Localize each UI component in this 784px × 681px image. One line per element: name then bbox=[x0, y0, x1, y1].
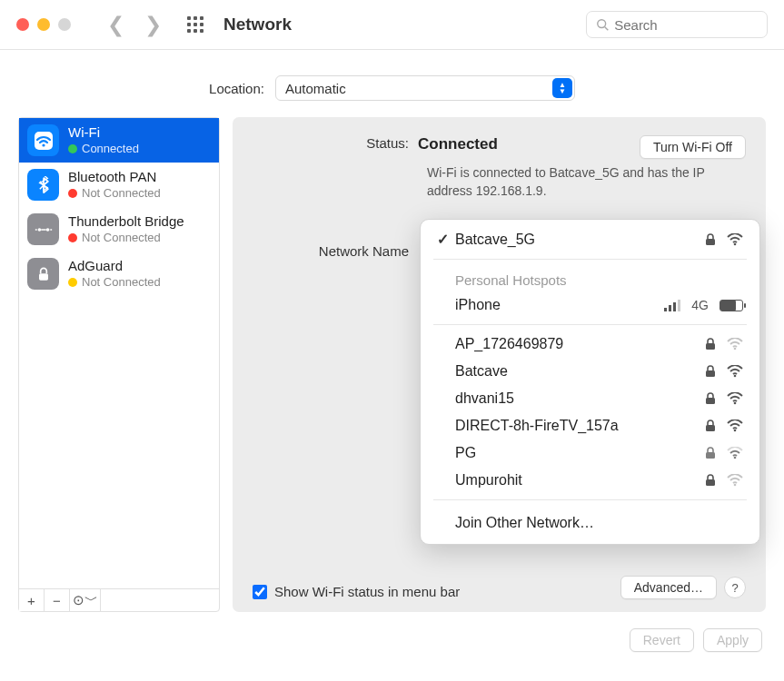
status-dot-icon bbox=[68, 233, 77, 242]
sidebar-item-label: Thunderbolt Bridge bbox=[68, 213, 184, 231]
wifi-signal-icon bbox=[727, 474, 743, 487]
status-value: Connected bbox=[418, 135, 498, 153]
checkmark-icon: ✓ bbox=[437, 231, 455, 248]
network-name: Batcave bbox=[455, 363, 705, 380]
svg-point-10 bbox=[734, 348, 737, 350]
location-row: Location: Automatic ▲▼ bbox=[0, 50, 784, 117]
revert-button[interactable]: Revert bbox=[630, 628, 694, 652]
svg-rect-9 bbox=[706, 343, 715, 350]
location-value: Automatic bbox=[285, 81, 346, 96]
network-item[interactable]: dhvani15 bbox=[421, 385, 759, 412]
network-name: Batcave_5G bbox=[455, 232, 705, 248]
sidebar-item-status: Not Connected bbox=[82, 186, 161, 201]
join-other-network-item[interactable]: Join Other Network… bbox=[421, 506, 759, 538]
svg-rect-19 bbox=[706, 479, 715, 486]
show-wifi-status-checkbox[interactable] bbox=[253, 585, 267, 599]
wifi-signal-icon bbox=[727, 338, 743, 350]
svg-point-18 bbox=[734, 457, 737, 459]
window-footer: Revert Apply bbox=[0, 612, 784, 652]
lock-icon bbox=[27, 258, 59, 290]
battery-icon bbox=[719, 300, 743, 311]
lock-icon bbox=[705, 338, 716, 350]
sidebar-footer: + − ⊙﹀ bbox=[19, 588, 219, 611]
lock-icon bbox=[705, 365, 716, 378]
thunderbolt-icon bbox=[27, 213, 59, 245]
network-name: AP_1726469879 bbox=[455, 336, 705, 352]
window-controls bbox=[16, 18, 71, 31]
wifi-signal-icon bbox=[727, 419, 743, 432]
help-button[interactable]: ? bbox=[724, 577, 746, 598]
network-name-label: Network Name bbox=[253, 243, 418, 259]
lock-icon bbox=[705, 392, 716, 405]
add-service-button[interactable]: + bbox=[19, 589, 45, 611]
close-window-button[interactable] bbox=[16, 18, 29, 31]
svg-line-1 bbox=[605, 27, 609, 31]
location-label: Location: bbox=[209, 81, 264, 96]
network-name: dhvani15 bbox=[455, 390, 705, 407]
search-field[interactable] bbox=[586, 11, 768, 38]
network-item-hotspot[interactable]: iPhone 4G bbox=[421, 291, 759, 319]
show-all-icon[interactable] bbox=[187, 16, 203, 33]
sidebar-item-wifi[interactable]: Wi-Fi Connected bbox=[19, 118, 219, 163]
sidebar-item-status: Not Connected bbox=[82, 231, 161, 245]
network-item[interactable]: AP_1726469879 bbox=[421, 331, 759, 358]
svg-point-12 bbox=[734, 375, 737, 378]
wifi-signal-icon bbox=[727, 365, 743, 378]
back-button[interactable]: ❮ bbox=[107, 13, 124, 37]
network-name: iPhone bbox=[455, 297, 664, 313]
nav-buttons: ❮ ❯ bbox=[107, 13, 162, 37]
service-actions-button[interactable]: ⊙﹀ bbox=[70, 589, 101, 611]
advanced-button[interactable]: Advanced… bbox=[620, 576, 717, 599]
apply-button[interactable]: Apply bbox=[703, 628, 762, 652]
network-item[interactable]: DIRECT-8h-FireTV_157a bbox=[421, 412, 759, 439]
wifi-signal-icon bbox=[727, 233, 743, 246]
cellular-type: 4G bbox=[691, 298, 709, 312]
network-name: PG bbox=[455, 445, 705, 461]
lock-icon bbox=[705, 419, 716, 432]
search-input[interactable] bbox=[614, 17, 758, 33]
wifi-icon bbox=[27, 124, 59, 156]
svg-rect-7 bbox=[706, 239, 715, 245]
svg-rect-6 bbox=[39, 273, 48, 281]
network-item-current[interactable]: ✓ Batcave_5G bbox=[421, 225, 759, 253]
sidebar-item-label: Wi-Fi bbox=[68, 124, 139, 142]
network-item[interactable]: Umpurohit bbox=[421, 467, 759, 494]
sidebar-item-adguard[interactable]: AdGuard Not Connected bbox=[19, 252, 219, 296]
svg-point-20 bbox=[734, 484, 737, 487]
lock-icon bbox=[705, 474, 716, 487]
sidebar-item-bluetooth-pan[interactable]: Bluetooth PAN Not Connected bbox=[19, 163, 219, 207]
select-stepper-icon: ▲▼ bbox=[552, 78, 572, 98]
minimize-window-button[interactable] bbox=[37, 18, 50, 31]
network-item[interactable]: PG bbox=[421, 439, 759, 467]
titlebar: ❮ ❯ Network bbox=[0, 0, 784, 50]
bluetooth-icon bbox=[27, 169, 59, 201]
svg-point-16 bbox=[734, 429, 737, 432]
personal-hotspots-header: Personal Hotspots bbox=[421, 265, 759, 291]
maximize-window-button bbox=[58, 18, 71, 31]
wifi-signal-icon bbox=[727, 447, 743, 459]
network-name-dropdown[interactable]: ✓ Batcave_5G Personal Hotspots iPhone 4G bbox=[420, 219, 760, 545]
remove-service-button[interactable]: − bbox=[45, 589, 70, 611]
svg-rect-13 bbox=[706, 398, 715, 404]
sidebar-item-status: Not Connected bbox=[82, 275, 161, 290]
network-name: DIRECT-8h-FireTV_157a bbox=[455, 418, 705, 434]
window-title: Network bbox=[223, 15, 292, 35]
location-select[interactable]: Automatic ▲▼ bbox=[275, 75, 575, 101]
sidebar-item-status: Connected bbox=[82, 142, 139, 156]
show-wifi-status-label: Show Wi-Fi status in menu bar bbox=[274, 584, 460, 599]
svg-rect-11 bbox=[706, 370, 715, 377]
sidebar-item-label: AdGuard bbox=[68, 258, 161, 275]
svg-point-4 bbox=[37, 228, 41, 232]
lock-icon bbox=[705, 233, 716, 246]
detail-pane: Status: Connected Turn Wi-Fi Off Wi-Fi i… bbox=[233, 117, 766, 612]
search-icon bbox=[596, 17, 609, 32]
svg-point-0 bbox=[598, 20, 606, 28]
network-item[interactable]: Batcave bbox=[421, 358, 759, 385]
turn-wifi-off-button[interactable]: Turn Wi-Fi Off bbox=[640, 135, 746, 159]
network-name: Umpurohit bbox=[455, 472, 705, 489]
services-sidebar: Wi-Fi Connected Bluetooth PAN Not Connec… bbox=[18, 117, 220, 612]
svg-rect-15 bbox=[706, 425, 715, 431]
sidebar-item-thunderbolt-bridge[interactable]: Thunderbolt Bridge Not Connected bbox=[19, 207, 219, 252]
forward-button[interactable]: ❯ bbox=[144, 13, 162, 37]
cellular-bars-icon bbox=[664, 299, 680, 311]
